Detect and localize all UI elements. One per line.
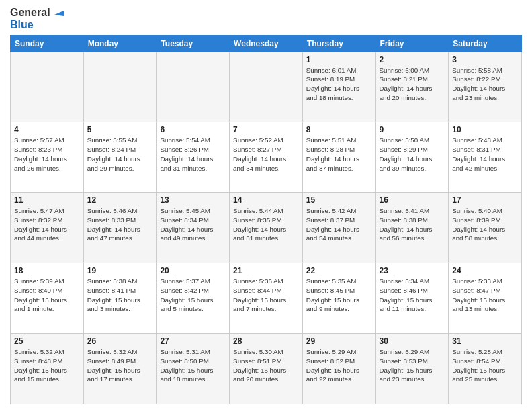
cell-w4-d1: 18Sunrise: 5:39 AM Sunset: 8:40 PM Dayli… [11,263,84,334]
cell-w1-d3 [157,52,230,122]
day-info: Sunrise: 5:44 AM Sunset: 8:35 PM Dayligh… [233,206,299,243]
day-info: Sunrise: 5:54 AM Sunset: 8:26 PM Dayligh… [160,136,226,173]
day-info: Sunrise: 5:58 AM Sunset: 8:22 PM Dayligh… [452,66,518,103]
cell-w3-d7: 17Sunrise: 5:40 AM Sunset: 8:39 PM Dayli… [449,193,522,263]
day-info: Sunrise: 5:35 AM Sunset: 8:45 PM Dayligh… [306,277,372,314]
day-number: 31 [452,336,518,346]
cell-w4-d5: 22Sunrise: 5:35 AM Sunset: 8:45 PM Dayli… [302,263,375,334]
cell-w5-d3: 27Sunrise: 5:31 AM Sunset: 8:50 PM Dayli… [157,334,230,404]
header-thursday: Thursday [302,35,375,52]
day-info: Sunrise: 5:57 AM Sunset: 8:23 PM Dayligh… [14,136,80,173]
day-info: Sunrise: 5:29 AM Sunset: 8:52 PM Dayligh… [306,347,372,384]
day-number: 23 [380,266,445,275]
day-info: Sunrise: 5:42 AM Sunset: 8:37 PM Dayligh… [306,206,372,243]
day-info: Sunrise: 5:32 AM Sunset: 8:49 PM Dayligh… [87,347,153,384]
header-sunday: Sunday [11,35,84,52]
logo-blue: Blue [10,19,64,31]
cell-w2-d3: 6Sunrise: 5:54 AM Sunset: 8:26 PM Daylig… [157,122,230,193]
day-info: Sunrise: 5:31 AM Sunset: 8:50 PM Dayligh… [160,347,226,384]
cell-w2-d4: 7Sunrise: 5:52 AM Sunset: 8:27 PM Daylig… [230,122,303,193]
cell-w2-d5: 8Sunrise: 5:51 AM Sunset: 8:28 PM Daylig… [302,122,375,193]
calendar-header-row: SundayMondayTuesdayWednesdayThursdayFrid… [11,35,522,52]
day-info: Sunrise: 5:51 AM Sunset: 8:28 PM Dayligh… [306,136,372,173]
calendar-table: SundayMondayTuesdayWednesdayThursdayFrid… [10,35,522,404]
logo-general: General [10,7,50,19]
header-monday: Monday [83,35,157,52]
day-number: 27 [160,336,226,346]
cell-w3-d2: 12Sunrise: 5:46 AM Sunset: 8:33 PM Dayli… [83,193,157,263]
day-number: 21 [233,266,299,275]
day-info: Sunrise: 5:36 AM Sunset: 8:44 PM Dayligh… [233,277,299,314]
day-info: Sunrise: 5:46 AM Sunset: 8:33 PM Dayligh… [87,206,153,243]
day-info: Sunrise: 5:55 AM Sunset: 8:24 PM Dayligh… [87,136,153,173]
cell-w3-d3: 13Sunrise: 5:45 AM Sunset: 8:34 PM Dayli… [157,193,230,263]
cell-w2-d2: 5Sunrise: 5:55 AM Sunset: 8:24 PM Daylig… [83,122,157,193]
logo-triangle-icon [52,7,64,19]
cell-w1-d4 [230,52,303,122]
cell-w5-d4: 28Sunrise: 5:30 AM Sunset: 8:51 PM Dayli… [230,334,303,404]
day-number: 12 [87,195,153,205]
cell-w1-d6: 2Sunrise: 6:00 AM Sunset: 8:21 PM Daylig… [375,52,449,122]
cell-w4-d6: 23Sunrise: 5:34 AM Sunset: 8:46 PM Dayli… [375,263,449,334]
day-number: 7 [233,125,299,134]
day-number: 15 [306,195,372,205]
cell-w4-d4: 21Sunrise: 5:36 AM Sunset: 8:44 PM Dayli… [230,263,303,334]
day-number: 29 [306,336,372,346]
week-row-5: 25Sunrise: 5:32 AM Sunset: 8:48 PM Dayli… [11,334,522,404]
day-info: Sunrise: 5:39 AM Sunset: 8:40 PM Dayligh… [14,277,80,314]
day-number: 17 [452,195,518,205]
day-number: 11 [14,195,80,205]
cell-w5-d2: 26Sunrise: 5:32 AM Sunset: 8:49 PM Dayli… [83,334,157,404]
cell-w3-d5: 15Sunrise: 5:42 AM Sunset: 8:37 PM Dayli… [302,193,375,263]
day-number: 16 [380,195,445,205]
day-number: 6 [160,125,226,134]
cell-w5-d1: 25Sunrise: 5:32 AM Sunset: 8:48 PM Dayli… [11,334,84,404]
svg-marker-0 [54,11,64,16]
day-info: Sunrise: 5:33 AM Sunset: 8:47 PM Dayligh… [452,277,518,314]
day-info: Sunrise: 5:52 AM Sunset: 8:27 PM Dayligh… [233,136,299,173]
cell-w3-d1: 11Sunrise: 5:47 AM Sunset: 8:32 PM Dayli… [11,193,84,263]
day-number: 26 [87,336,153,346]
week-row-3: 11Sunrise: 5:47 AM Sunset: 8:32 PM Dayli… [11,193,522,263]
day-info: Sunrise: 5:38 AM Sunset: 8:41 PM Dayligh… [87,277,153,314]
cell-w5-d7: 31Sunrise: 5:28 AM Sunset: 8:54 PM Dayli… [449,334,522,404]
day-number: 30 [380,336,445,346]
day-info: Sunrise: 5:28 AM Sunset: 8:54 PM Dayligh… [452,347,518,384]
cell-w1-d1 [11,52,84,122]
cell-w2-d6: 9Sunrise: 5:50 AM Sunset: 8:29 PM Daylig… [375,122,449,193]
day-number: 22 [306,266,372,275]
week-row-1: 1Sunrise: 6:01 AM Sunset: 8:19 PM Daylig… [11,52,522,122]
cell-w3-d4: 14Sunrise: 5:44 AM Sunset: 8:35 PM Dayli… [230,193,303,263]
header-saturday: Saturday [449,35,522,52]
page: General Blue SundayMondayTuesdayWednesda… [0,0,532,411]
header-wednesday: Wednesday [230,35,303,52]
day-number: 19 [87,266,153,275]
day-number: 1 [306,55,372,64]
cell-w2-d1: 4Sunrise: 5:57 AM Sunset: 8:23 PM Daylig… [11,122,84,193]
day-number: 5 [87,125,153,134]
cell-w4-d7: 24Sunrise: 5:33 AM Sunset: 8:47 PM Dayli… [449,263,522,334]
day-number: 20 [160,266,226,275]
day-info: Sunrise: 5:37 AM Sunset: 8:42 PM Dayligh… [160,277,226,314]
cell-w5-d6: 30Sunrise: 5:29 AM Sunset: 8:53 PM Dayli… [375,334,449,404]
day-number: 3 [452,55,518,64]
cell-w3-d6: 16Sunrise: 5:41 AM Sunset: 8:38 PM Dayli… [375,193,449,263]
cell-w1-d5: 1Sunrise: 6:01 AM Sunset: 8:19 PM Daylig… [302,52,375,122]
day-info: Sunrise: 6:01 AM Sunset: 8:19 PM Dayligh… [306,66,372,103]
day-number: 2 [380,55,445,64]
header: General Blue [10,7,522,31]
day-number: 18 [14,266,80,275]
week-row-2: 4Sunrise: 5:57 AM Sunset: 8:23 PM Daylig… [11,122,522,193]
day-info: Sunrise: 5:30 AM Sunset: 8:51 PM Dayligh… [233,347,299,384]
day-info: Sunrise: 5:50 AM Sunset: 8:29 PM Dayligh… [380,136,445,173]
day-number: 9 [380,125,445,134]
day-info: Sunrise: 5:40 AM Sunset: 8:39 PM Dayligh… [452,206,518,243]
day-number: 4 [14,125,80,134]
cell-w5-d5: 29Sunrise: 5:29 AM Sunset: 8:52 PM Dayli… [302,334,375,404]
day-info: Sunrise: 5:41 AM Sunset: 8:38 PM Dayligh… [380,206,445,243]
day-number: 13 [160,195,226,205]
day-number: 28 [233,336,299,346]
week-row-4: 18Sunrise: 5:39 AM Sunset: 8:40 PM Dayli… [11,263,522,334]
cell-w1-d7: 3Sunrise: 5:58 AM Sunset: 8:22 PM Daylig… [449,52,522,122]
day-number: 10 [452,125,518,134]
